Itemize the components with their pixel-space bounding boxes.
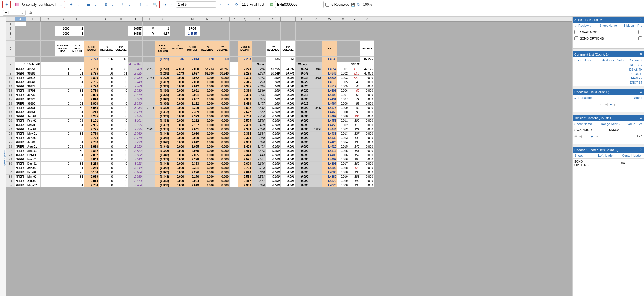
cell[interactable]: 30	[70, 157, 84, 162]
cell[interactable]: 0.000	[215, 136, 230, 140]
column-header-B[interactable]: B	[26, 17, 41, 21]
cell[interactable]: 74	[349, 97, 360, 101]
cell[interactable]: 2.335	[238, 84, 252, 89]
select-all-corner[interactable]	[6, 17, 15, 21]
cell[interactable]: 0	[114, 101, 128, 106]
cell[interactable]	[200, 31, 215, 36]
col-range[interactable]: Range Addr...	[599, 121, 626, 127]
cell[interactable]: 0	[114, 166, 128, 170]
cell[interactable]: 2.276	[185, 170, 200, 175]
cell[interactable]: 2.489	[238, 123, 252, 127]
cell[interactable]: 0	[99, 149, 114, 153]
cell[interactable]	[349, 36, 360, 41]
cell[interactable]: 0.000	[266, 162, 281, 166]
cell[interactable]: 0.000	[200, 144, 215, 149]
row-header[interactable]: 15	[6, 97, 15, 101]
cell[interactable]: 0.016	[337, 153, 349, 157]
cell[interactable]: 31	[70, 89, 84, 93]
cell[interactable]	[230, 162, 238, 166]
cell[interactable]: 0	[114, 157, 128, 162]
cell[interactable]: 157	[349, 153, 360, 157]
cell[interactable]	[230, 67, 238, 71]
cell[interactable]: .000	[266, 89, 281, 93]
cell[interactable]	[84, 31, 99, 36]
cell[interactable]	[41, 106, 55, 110]
cell[interactable]: 2.595	[238, 119, 252, 123]
cell[interactable]: 0.000	[296, 144, 309, 149]
cell[interactable]: 0.000	[281, 80, 296, 84]
cell[interactable]	[281, 36, 296, 41]
cell[interactable]: 2.273	[252, 76, 266, 80]
cell[interactable]	[143, 62, 155, 67]
cell[interactable]: 0	[55, 149, 70, 153]
cell[interactable]: #REF!	[15, 183, 26, 187]
cell[interactable]: 2.618	[238, 170, 252, 175]
cell[interactable]: (0.270)	[155, 67, 170, 71]
cell[interactable]: 136	[266, 57, 281, 62]
cell[interactable]: 2.253	[252, 71, 266, 76]
cell[interactable]: FX AVG	[360, 41, 374, 57]
cell[interactable]: 0.000	[215, 162, 230, 166]
refresh-icon[interactable]: ⟳	[235, 3, 238, 7]
cell[interactable]: 1.4390	[322, 166, 337, 170]
cell[interactable]: 1.4506	[322, 89, 337, 93]
cell[interactable]	[99, 62, 114, 67]
cell[interactable]	[337, 31, 349, 36]
cell[interactable]: 2.051	[185, 93, 200, 97]
cell[interactable]	[230, 157, 238, 162]
cell[interactable]: 2.021	[185, 89, 200, 93]
cell[interactable]: 2.542	[238, 106, 252, 110]
cell[interactable]: 0.000	[296, 127, 309, 132]
cell[interactable]: 1.4370	[322, 183, 337, 187]
cell[interactable]	[185, 36, 200, 41]
cell[interactable]: 2.305	[238, 76, 252, 80]
cell[interactable]: 0.000	[200, 76, 215, 80]
cell[interactable]: 31	[70, 80, 84, 84]
cell[interactable]: 2.390	[238, 97, 252, 101]
row-header[interactable]: 35	[6, 183, 15, 187]
next-icon[interactable]: ▶	[610, 103, 612, 106]
cell[interactable]: #REF!	[15, 114, 26, 119]
cell[interactable]: PV VOLUME	[215, 41, 230, 57]
cell[interactable]	[143, 123, 155, 127]
cell[interactable]	[309, 123, 322, 127]
cell[interactable]: 0	[55, 110, 70, 114]
cell[interactable]: INPUT	[349, 62, 360, 67]
cell[interactable]: 2.365	[252, 93, 266, 97]
cell[interactable]	[349, 22, 360, 26]
cell[interactable]: 0.013	[337, 132, 349, 136]
cell[interactable]: 0.000	[281, 97, 296, 101]
cell[interactable]: 0	[55, 89, 70, 93]
cell[interactable]: 1.4456	[322, 119, 337, 123]
cell[interactable]: 0.018	[309, 76, 322, 80]
review-checkbox[interactable]	[574, 36, 578, 40]
cell[interactable]	[309, 132, 322, 136]
doc-id-input[interactable]	[275, 1, 324, 8]
cell[interactable]: 0.000	[360, 110, 374, 114]
cell[interactable]: 0	[114, 80, 128, 84]
cell[interactable]: 31	[70, 162, 84, 166]
cell[interactable]: 32.2	[349, 76, 360, 80]
row-header[interactable]: 10	[6, 76, 15, 80]
last-page-icon[interactable]: ⏭	[225, 1, 231, 8]
cell[interactable]: 0.000	[200, 101, 215, 106]
cell[interactable]: 0	[114, 179, 128, 183]
cell[interactable]: 2.489	[252, 123, 266, 127]
cell[interactable]: 0.000	[296, 153, 309, 157]
cell[interactable]: 3.255	[84, 114, 99, 119]
cell[interactable]: 2.959	[84, 175, 99, 179]
cell[interactable]: .000	[266, 80, 281, 84]
cell[interactable]: 0.000	[170, 114, 185, 119]
cell[interactable]: 2.283	[238, 57, 252, 62]
cell[interactable]: 46	[349, 80, 360, 84]
cell[interactable]: #REF!	[15, 110, 26, 114]
cell[interactable]: 0.000	[170, 84, 185, 89]
cell[interactable]: 2.813	[84, 179, 99, 183]
row-header[interactable]: 4	[6, 36, 15, 41]
cell[interactable]: 3.213	[84, 162, 99, 166]
cell[interactable]	[41, 157, 55, 162]
row-header[interactable]: 32	[6, 170, 15, 175]
cell[interactable]	[309, 175, 322, 179]
cell[interactable]: 1.4402	[322, 157, 337, 162]
cell[interactable]: 0.000	[266, 175, 281, 179]
